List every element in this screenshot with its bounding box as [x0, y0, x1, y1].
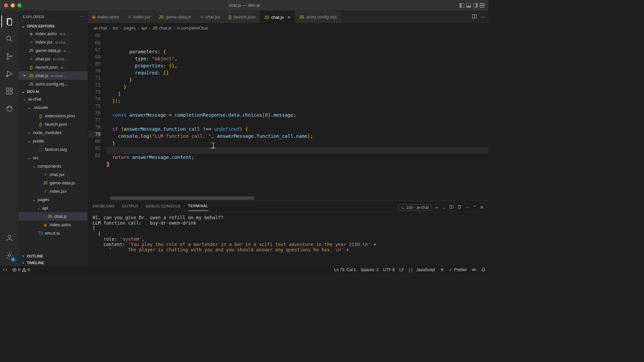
accounts-activity[interactable] [1, 230, 17, 246]
file-item[interactable]: {}launch.json [19, 120, 88, 128]
explorer-more-icon[interactable]: ⋯ [80, 15, 84, 19]
encoding-status[interactable]: UTF-8 [383, 267, 395, 272]
open-editor-item[interactable]: ⚛index.jsxai-cha… [19, 38, 88, 46]
toggle-panel-icon[interactable] [466, 3, 471, 8]
file-item[interactable]: ⬚favicon.svg [19, 145, 88, 154]
cursor-position-status[interactable]: Ln 79, Col 1 [334, 267, 356, 272]
terminal-tab[interactable]: TERMINAL [188, 204, 208, 211]
file-item[interactable]: ⚛index.jsx [19, 187, 88, 195]
close-editor-icon[interactable]: ✕ [21, 73, 27, 78]
outline-header[interactable]: ›OUTLINE [19, 253, 88, 259]
timeline-header[interactable]: ›TIMELINE [19, 259, 88, 266]
file-item[interactable]: JSchat.js [19, 212, 88, 221]
folder-chevron-icon[interactable]: ⌄ [22, 97, 27, 102]
file-item[interactable]: ◉index.astro [19, 221, 88, 229]
file-item[interactable]: {}extensions.json [19, 112, 88, 120]
open-editor-item[interactable]: JSastro.config.mj… [19, 80, 88, 88]
folder-chevron-icon[interactable]: › [27, 130, 32, 135]
breadcrumb-item[interactable]: pages [124, 25, 136, 31]
editor-tab[interactable]: JSgame-data.js [155, 11, 195, 23]
breadcrumb-item[interactable]: JSchat.js [153, 25, 172, 31]
project-header[interactable]: ⌄DEV-AI [19, 88, 88, 95]
split-terminal-icon[interactable] [449, 204, 454, 210]
prettier-status[interactable]: ✓ Prettier [449, 267, 467, 272]
file-icon: JS [159, 14, 164, 19]
eol-status[interactable]: LF [399, 267, 404, 272]
terminal-dropdown-icon[interactable]: ⌄ [442, 205, 446, 210]
folder-chevron-icon[interactable]: ⌄ [27, 156, 32, 160]
maximize-window-button[interactable] [17, 3, 21, 7]
open-editor-item[interactable]: ◉index.astroai-c… [19, 29, 88, 38]
settings-activity[interactable]: 1 [1, 247, 17, 263]
output-tab[interactable]: OUTPUT [122, 204, 139, 211]
panel-more-icon[interactable]: ⋯ [465, 205, 470, 210]
scrollbar-thumb[interactable] [110, 196, 254, 200]
more-actions-icon[interactable]: ⋯ [481, 14, 485, 19]
source-control-activity[interactable] [1, 48, 17, 64]
open-editor-item[interactable]: ⚛chat.jsxai-chat… [19, 55, 88, 63]
breadcrumb-item[interactable]: ai-chat [94, 25, 107, 31]
open-editor-item[interactable]: {}launch.jsonai-… [19, 63, 88, 71]
breadcrumb-item[interactable]: ⧈completeChat [177, 25, 208, 31]
kill-terminal-icon[interactable] [457, 204, 462, 210]
editor-tab[interactable]: JSchat.js✕ [260, 11, 295, 23]
file-item[interactable]: JSgame-data.js [19, 179, 88, 187]
radio-tower-icon[interactable] [440, 267, 444, 272]
new-terminal-icon[interactable]: ＋ [434, 204, 439, 210]
horizontal-scrollbar[interactable] [107, 196, 486, 200]
folder-item[interactable]: ⌄src [19, 154, 88, 162]
folder-item[interactable]: ⌄pages [19, 195, 88, 204]
notifications-icon[interactable] [481, 267, 486, 272]
toggle-secondary-sidebar-icon[interactable] [473, 3, 478, 8]
open-editor-item[interactable]: JSgame-data.jsa… [19, 46, 88, 55]
file-item[interactable]: TSenv.d.ts [19, 229, 88, 237]
status-bar: 0 0 Ln 79, Col 1 Spaces: 2 UTF-8 LF { } … [0, 266, 488, 274]
problems-tab[interactable]: PROBLEMS [93, 204, 115, 211]
problems-status[interactable]: 0 0 [12, 267, 30, 272]
toggle-primary-sidebar-icon[interactable] [460, 3, 464, 8]
explorer-activity[interactable] [1, 13, 17, 29]
search-activity[interactable] [1, 31, 17, 47]
folder-item[interactable]: ⌄api [19, 204, 88, 212]
split-editor-icon[interactable] [472, 14, 477, 20]
maximize-panel-icon[interactable]: ⌃ [473, 205, 477, 210]
editor-tab[interactable]: {}launch.json [225, 11, 260, 23]
file-item[interactable]: ⚛chat.jsx [19, 170, 88, 179]
folder-chevron-icon[interactable]: ⌄ [36, 206, 41, 210]
open-editor-item[interactable]: ✕JSchat.jsai-chat/… [19, 71, 88, 80]
breadcrumbs[interactable]: ai-chat›src›pages›api›JSchat.js›⧈complet… [88, 23, 488, 32]
editor-tab[interactable]: JSastro.config.mjs [295, 11, 341, 23]
indent-status[interactable]: Spaces: 2 [361, 267, 378, 272]
folder-item[interactable]: ⌄public [19, 137, 88, 145]
edge-tools-activity[interactable] [1, 101, 17, 117]
folder-item[interactable]: ⌄components [19, 162, 88, 170]
editor-tab[interactable]: ⚛chat.jsx [196, 11, 225, 23]
language-status[interactable]: { } JavaScript [409, 267, 435, 272]
breadcrumb-item[interactable]: api [141, 25, 147, 31]
folder-chevron-icon[interactable]: ⌄ [27, 139, 32, 143]
terminal-selector[interactable]: zsh - ai-chat [398, 204, 431, 210]
remote-indicator[interactable] [3, 267, 7, 272]
close-window-button[interactable] [4, 3, 8, 7]
terminal-content[interactable]: Hi, can you give Dr. owen a refill on my… [88, 212, 488, 266]
folder-item[interactable]: ›node_modules [19, 128, 88, 137]
customize-layout-icon[interactable] [480, 3, 484, 8]
editor-view[interactable]: 656667686970717273747576777879808182 par… [88, 32, 488, 200]
code-content[interactable]: parameters: { type: "object", properties… [107, 32, 488, 200]
close-panel-icon[interactable]: ✕ [480, 205, 484, 210]
folder-chevron-icon[interactable]: ⌄ [32, 197, 36, 202]
folder-chevron-icon[interactable]: ⌄ [32, 164, 36, 169]
feedback-icon[interactable] [472, 267, 476, 272]
editor-tab[interactable]: ⚛index.jsx [123, 11, 155, 23]
close-tab-icon[interactable]: ✕ [287, 15, 291, 20]
run-debug-activity[interactable] [1, 66, 17, 82]
folder-chevron-icon[interactable]: ⌄ [27, 105, 32, 110]
extensions-activity[interactable] [1, 83, 17, 99]
minimize-window-button[interactable] [11, 3, 15, 7]
folder-item[interactable]: ⌄.vscode [19, 103, 88, 112]
debug-console-tab[interactable]: DEBUG CONSOLE [146, 204, 181, 211]
editor-tab[interactable]: ◉index.astro [88, 11, 123, 23]
folder-item[interactable]: ⌄ai-chat [19, 95, 88, 103]
open-editors-header[interactable]: ⌄OPEN EDITORS [19, 23, 88, 29]
breadcrumb-item[interactable]: src [112, 25, 118, 31]
